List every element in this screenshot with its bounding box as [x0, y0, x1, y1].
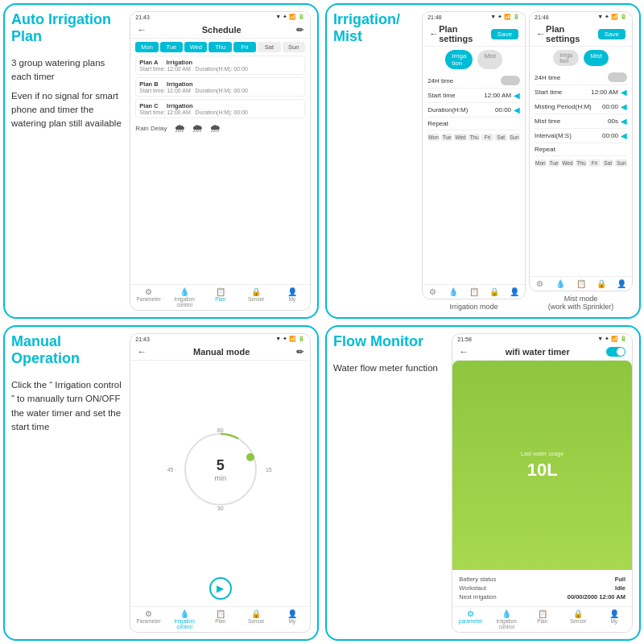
flow-monitor-title: Flow Monitor — [333, 333, 447, 350]
wd2-tue[interactable]: Tue — [548, 159, 560, 167]
wd-wed[interactable]: Wed — [454, 134, 466, 141]
nav-sensor[interactable]: 🔒 Sensor — [238, 285, 275, 310]
timer-circle-container: 5 min 60 15 30 45 · — [180, 364, 261, 574]
nav-me-m[interactable]: 👤 My — [274, 607, 310, 632]
duration-row[interactable]: Duration(H:M) 00:00 ◀ — [427, 103, 520, 118]
plan-a[interactable]: Plan A Irrigation Start time: 12:00 AM D… — [135, 56, 305, 75]
auto-irrigation-phone: 21:43 ▼ ✦ 📶 🔋 ← Schedule ✏ Mon Tue Wed T… — [130, 11, 311, 311]
phone-body: Mon Tue Wed Thu Fri Sat Sun Plan A Irrig… — [130, 39, 310, 284]
weekday-wed[interactable]: Wed — [184, 42, 207, 52]
nav-param-2[interactable]: ⚙ — [530, 277, 550, 291]
mist-mode-btn[interactable]: Mist — [477, 50, 502, 69]
weekday-tue[interactable]: Tue — [160, 42, 183, 52]
interval-row[interactable]: Interval(M:S) 00:00 ◀ — [535, 129, 627, 143]
nav-pl-m[interactable]: 📋 Plan — [202, 607, 238, 632]
save-button-1[interactable]: Save — [491, 29, 518, 39]
misting-period-row[interactable]: Misting Period(H:M) 00:00 ◀ — [535, 100, 627, 114]
water-volume: 10L — [527, 460, 558, 481]
wd2-wed[interactable]: Wed — [561, 159, 573, 167]
wd-tue[interactable]: Tue — [441, 134, 453, 141]
back-icon-flow[interactable]: ← — [459, 346, 469, 357]
nav-me-f[interactable]: 👤 My — [596, 607, 632, 632]
play-button[interactable]: ▶ — [209, 577, 232, 600]
wd-mon[interactable]: Mon — [427, 134, 440, 141]
nav-plan[interactable]: 📋 Plan — [202, 285, 238, 310]
manual-mode-body: 5 min 60 15 30 45 · ▶ — [130, 361, 310, 606]
plan-c[interactable]: Plan C Irrigation Start time: 12:00 AM D… — [135, 99, 305, 118]
nav-sen-f[interactable]: 🔒 Sensor — [560, 607, 597, 632]
nav-sen-m[interactable]: 🔒 Sensor — [238, 607, 275, 632]
wd-sun[interactable]: Sun — [509, 134, 521, 141]
nav-pl-2[interactable]: 📋 — [571, 277, 591, 291]
nav-my[interactable]: 👤 My — [274, 285, 310, 310]
workstaut-row: Workstaut Idle — [459, 584, 625, 592]
repeat-weekdays: Mon Tue Wed Thu Fri Sat Sun — [427, 134, 520, 141]
nav-irrigation[interactable]: 💧 Irrigation control — [167, 285, 203, 310]
flow-monitor-quadrant: Flow Monitor Water flow meter function 2… — [325, 325, 641, 641]
plan-b[interactable]: Plan B Irrigation Start time: 12:00 AM D… — [135, 77, 305, 97]
nav-pl-f[interactable]: 📋 Plan — [524, 607, 560, 632]
wd2-sun[interactable]: Sun — [615, 159, 627, 167]
rain-icon: 🌧 — [174, 122, 185, 134]
back-icon-manual[interactable]: ← — [137, 346, 147, 357]
flow-phone-nav: ⚙ parameter 💧 Irrigation control 📋 Plan … — [452, 606, 632, 632]
edit-icon[interactable]: ✏ — [296, 25, 303, 35]
start-time-row-2[interactable]: Start time 12:00 AM ◀ — [535, 85, 627, 100]
mist-mode-btn-2[interactable]: Mist — [584, 50, 609, 66]
mist-time-row[interactable]: Mist time 00s ◀ — [535, 114, 627, 129]
nav-sen-2[interactable]: 🔒 — [591, 277, 611, 291]
tick-45: 45 · — [167, 466, 177, 472]
rain-icon2: 🌧 — [192, 122, 203, 134]
weekday-sat[interactable]: Sat — [258, 42, 280, 52]
irrigation-icon: 💧 — [180, 287, 189, 296]
nav-param[interactable]: ⚙ — [423, 285, 443, 299]
edit-icon-manual[interactable]: ✏ — [296, 347, 303, 357]
next-irrigation-row: Next irrigation 00/00/2000 12:00 AM — [459, 592, 625, 601]
back-icon-1[interactable]: ← — [429, 28, 439, 39]
wd2-fri[interactable]: Fri — [588, 159, 601, 167]
timer-circle-wrapper: 5 min 60 15 30 45 · — [180, 429, 261, 510]
irrigation-mode-btn-2[interactable]: Irrigation — [553, 50, 579, 66]
nav-irr[interactable]: 💧 — [444, 285, 464, 299]
weekday-fri[interactable]: Fri — [233, 42, 256, 52]
nav-me[interactable]: 👤 — [505, 285, 525, 299]
status-bar-2: 21:48 ▼ ✦ 📶 🔋 — [530, 12, 632, 22]
flow-monitor-text1: Water flow meter function — [333, 361, 447, 375]
24h-toggle-2[interactable] — [608, 72, 627, 82]
wd2-mon[interactable]: Mon — [535, 159, 547, 167]
auto-irrigation-text2: Even if no signal for smart phone and ti… — [11, 89, 125, 131]
parameter-icon: ⚙ — [145, 287, 152, 296]
back-icon-2[interactable]: ← — [536, 28, 546, 39]
wd2-sat[interactable]: Sat — [602, 159, 614, 167]
wd-fri[interactable]: Fri — [481, 134, 493, 141]
nav-sen[interactable]: 🔒 — [484, 285, 504, 299]
irrigation-mode-btn[interactable]: Irrigation — [445, 50, 473, 69]
weekday-thu[interactable]: Thu — [208, 42, 231, 52]
power-toggle[interactable] — [606, 347, 625, 357]
nav-pl[interactable]: 📋 — [464, 285, 484, 299]
weekday-mon[interactable]: Mon — [135, 42, 158, 52]
irr-icon-f: 💧 — [502, 609, 511, 618]
plan-settings-body-2: Irrigation Mist 24H time Start time 12:0… — [530, 47, 632, 276]
irrigation-mode-label: Irrigation mode — [422, 303, 526, 311]
nav-irr-m[interactable]: 💧 Irrigation control — [167, 607, 203, 632]
nav-me-2[interactable]: 👤 — [612, 277, 632, 291]
timer-value: 5 min — [214, 456, 226, 481]
wd2-thu[interactable]: Thu — [576, 159, 588, 167]
weekday-sun[interactable]: Sun — [283, 42, 305, 52]
nav-parameter[interactable]: ⚙ Parameter — [130, 285, 167, 310]
wd-sat[interactable]: Sat — [495, 134, 507, 141]
nav-param-m[interactable]: ⚙ Parameter — [130, 607, 167, 632]
wd-thu[interactable]: Thu — [469, 134, 481, 141]
nav-irr-2[interactable]: 💧 — [550, 277, 570, 291]
tick-15: 15 — [266, 466, 272, 472]
nav-param-f[interactable]: ⚙ parameter — [452, 607, 489, 632]
me-icon-2: 👤 — [617, 279, 626, 288]
24h-toggle[interactable] — [501, 76, 520, 85]
back-icon[interactable]: ← — [137, 24, 147, 35]
phone-nav: ⚙ Parameter 💧 Irrigation control 📋 Plan … — [130, 284, 310, 310]
sen-icon-m: 🔒 — [251, 609, 261, 618]
nav-irr-f[interactable]: 💧 Irrigation control — [489, 607, 525, 632]
start-time-row[interactable]: Start time 12:00 AM ◀ — [427, 89, 520, 103]
save-button-2[interactable]: Save — [598, 29, 625, 39]
